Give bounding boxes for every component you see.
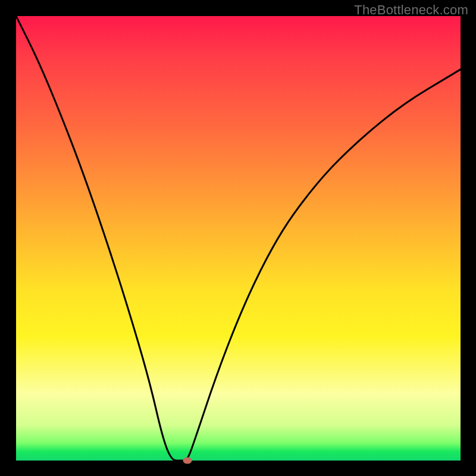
plot-area xyxy=(16,16,461,461)
bottleneck-curve xyxy=(16,16,461,461)
watermark-text: TheBottleneck.com xyxy=(354,2,468,18)
optimum-marker xyxy=(183,458,192,464)
curve-svg xyxy=(16,16,461,461)
chart-frame: TheBottleneck.com xyxy=(0,0,476,476)
